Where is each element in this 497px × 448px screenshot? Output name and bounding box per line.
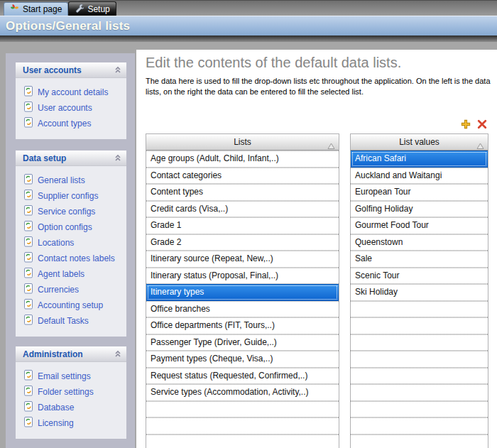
sidebar-item-currencies[interactable]: Currencies: [16, 282, 126, 297]
empty-row: [351, 417, 488, 435]
sidebar-item-label: Option configs: [38, 222, 92, 232]
sidebar-item-option-configs[interactable]: Option configs: [16, 219, 126, 235]
section-body: Email settings Folder settings Database …: [16, 362, 126, 439]
sidebar-item-agent-labels[interactable]: Agent labels: [16, 266, 126, 282]
sidebar-item-contact-notes-labels[interactable]: Contact notes labels: [16, 251, 126, 266]
list-document-icon: [24, 417, 33, 430]
list-document-icon: [24, 315, 33, 327]
list-row[interactable]: Credit cards (Visa,..): [146, 201, 339, 218]
sort-ascending-icon: [476, 139, 484, 155]
list-values-table-header[interactable]: List values: [351, 134, 488, 151]
sidebar-item-label: Default Tasks: [38, 316, 89, 326]
list-document-icon: [24, 283, 33, 296]
list-row[interactable]: Service types (Accommodation, Activity,.…: [146, 384, 339, 401]
list-row[interactable]: Contact categories: [146, 168, 339, 185]
empty-row: [146, 401, 339, 418]
list-row-selected[interactable]: Itinerary types: [146, 284, 339, 301]
collapse-chevron-icon: [114, 348, 121, 361]
list-document-icon: [24, 117, 33, 130]
section-header-user-accounts[interactable]: User accounts: [16, 62, 126, 78]
x-icon: [476, 119, 488, 130]
sidebar-item-user-accounts[interactable]: User accounts: [16, 100, 126, 116]
list-row[interactable]: Payment types (Cheque, Visa,..): [146, 351, 339, 368]
list-row[interactable]: Office branches: [146, 301, 339, 318]
sidebar-item-licensing[interactable]: Licensing: [16, 415, 126, 431]
list-row[interactable]: Age groups (Adult, Child, Infant,..): [146, 151, 339, 168]
section-title: Administration: [23, 349, 83, 359]
value-row[interactable]: Ski Holiday: [351, 284, 488, 301]
list-row[interactable]: Passenger Type (Driver, Guide,..): [146, 334, 339, 351]
section-header-administration[interactable]: Administration: [16, 346, 126, 362]
list-document-icon: [24, 370, 33, 383]
column-header-label: Lists: [234, 137, 251, 147]
sidebar-item-default-tasks[interactable]: Default Tasks: [16, 313, 126, 329]
list-row[interactable]: Itinerary source (Repeat, New,..): [146, 251, 339, 268]
value-row[interactable]: Sale: [351, 251, 488, 268]
wrench-icon: [75, 4, 84, 15]
sidebar-section-user-accounts: User accounts My account details User ac…: [16, 62, 126, 139]
sidebar-item-database[interactable]: Database: [16, 400, 126, 415]
list-row[interactable]: Grade 2: [146, 234, 339, 251]
tab-start-page[interactable]: Start page: [4, 2, 68, 16]
section-title: Data setup: [23, 153, 66, 163]
value-row[interactable]: Queenstown: [351, 234, 488, 251]
empty-row: [351, 301, 488, 318]
add-value-button[interactable]: [459, 118, 471, 130]
section-body: My account details User accounts Account…: [16, 78, 126, 139]
sidebar-section-data-setup: Data setup General lists Supplier config…: [16, 151, 126, 337]
sidebar-item-accounting-setup[interactable]: Accounting setup: [16, 297, 126, 313]
sidebar-section-administration: Administration Email settings Folder set…: [16, 346, 126, 439]
application-window: Start page Setup Options/General lists U…: [0, 0, 497, 448]
section-title: User accounts: [23, 65, 82, 75]
sidebar-item-label: My account details: [38, 87, 108, 97]
value-row[interactable]: Auckland and Waitangi: [351, 168, 488, 185]
collapse-chevron-icon: [114, 64, 121, 77]
sidebar-item-label: Account types: [38, 119, 91, 129]
header-shadow: [0, 35, 497, 42]
lists-table-header[interactable]: Lists: [146, 134, 339, 151]
tab-setup[interactable]: Setup: [68, 1, 116, 16]
list-row[interactable]: Office departments (FIT, Tours,..): [146, 317, 339, 334]
list-row[interactable]: Grade 1: [146, 217, 339, 234]
value-row[interactable]: European Tour: [351, 184, 488, 201]
sort-ascending-icon: [327, 139, 335, 155]
section-body: General lists Supplier configs Service c…: [16, 166, 126, 337]
list-row[interactable]: Itinerary status (Proposal, Final,..): [146, 268, 339, 285]
list-document-icon: [24, 268, 33, 280]
sidebar-item-folder-settings[interactable]: Folder settings: [16, 384, 126, 400]
list-row[interactable]: Content types: [146, 184, 339, 201]
main-panel: Edit the contents of the default data li…: [136, 50, 497, 448]
value-row[interactable]: Scenic Tour: [351, 268, 488, 285]
empty-row: [351, 334, 488, 351]
sidebar-item-label: Accounting setup: [38, 300, 103, 310]
sidebar-item-label: Locations: [38, 238, 74, 248]
empty-row: [351, 384, 488, 401]
sidebar-item-label: Currencies: [38, 285, 79, 295]
list-document-icon: [24, 401, 33, 414]
sidebar: User accounts My account details User ac…: [6, 53, 135, 448]
column-header-label: List values: [399, 137, 439, 147]
sidebar-item-email-settings[interactable]: Email settings: [16, 368, 126, 384]
section-header-data-setup[interactable]: Data setup: [16, 151, 126, 166]
content-title: Edit the contents of the default data li…: [146, 55, 401, 71]
sidebar-item-account-types[interactable]: Account types: [16, 116, 126, 131]
list-document-icon: [24, 236, 33, 249]
sidebar-item-label: Supplier configs: [38, 191, 98, 201]
list-document-icon: [24, 221, 33, 234]
empty-row: [351, 317, 488, 334]
sidebar-item-service-configs[interactable]: Service configs: [16, 204, 126, 219]
delete-value-button[interactable]: [476, 118, 488, 130]
sidebar-item-my-account-details[interactable]: My account details: [16, 84, 126, 100]
content-description: The data here is used to fill the drop-d…: [146, 76, 497, 97]
list-row[interactable]: Request status (Requested, Confirmed,..): [146, 368, 339, 385]
value-row-selected[interactable]: African Safari: [351, 151, 488, 168]
sidebar-item-label: User accounts: [38, 103, 92, 113]
value-row[interactable]: Golfing Holiday: [351, 201, 488, 218]
list-document-icon: [24, 386, 33, 398]
sidebar-item-label: Database: [38, 403, 74, 413]
sidebar-item-general-lists[interactable]: General lists: [16, 173, 126, 188]
value-row[interactable]: Gourmet Food Tour: [351, 217, 488, 234]
list-document-icon: [24, 252, 33, 265]
sidebar-item-supplier-configs[interactable]: Supplier configs: [16, 188, 126, 204]
sidebar-item-locations[interactable]: Locations: [16, 235, 126, 251]
